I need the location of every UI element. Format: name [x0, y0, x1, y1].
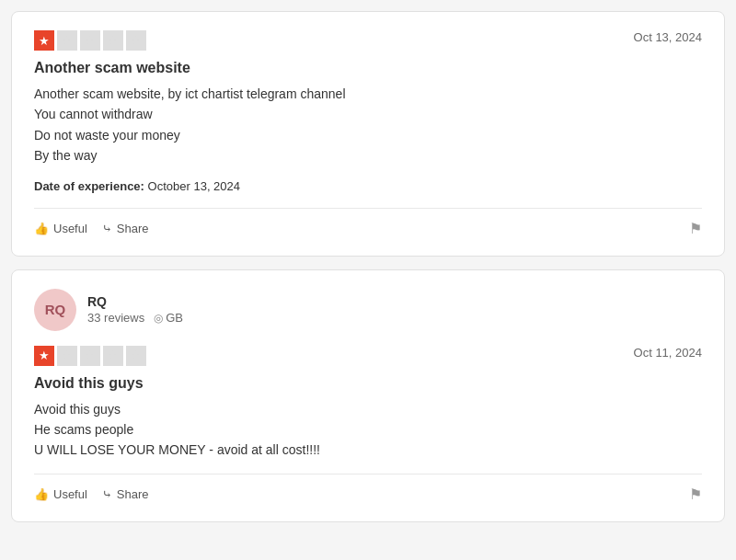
date-of-experience-value: October 13, 2024 [148, 179, 240, 193]
user-country: ◎ GB [154, 311, 183, 325]
review-body-line: Do not waste your money [34, 128, 180, 143]
action-buttons: 👍 Useful ⤷ Share [34, 222, 149, 235]
flag-icon: ⚑ [689, 486, 702, 502]
review-card-1: ★★★★★ Oct 13, 2024 Another scam website … [11, 11, 725, 257]
share-label: Share [117, 222, 149, 235]
star-empty-icon: ★ [57, 346, 77, 366]
review-actions: 👍 Useful ⤷ Share ⚑ [34, 208, 702, 237]
user-name: RQ [87, 294, 183, 309]
share-button[interactable]: ⤷ Share [102, 487, 149, 501]
share-label: Share [117, 487, 149, 501]
thumbs-up-icon: 👍 [34, 487, 49, 501]
review-body-line: U WILL LOSE YOUR MONEY - avoid at all co… [34, 442, 320, 457]
share-button[interactable]: ⤷ Share [102, 222, 149, 235]
review-card-2: RQ RQ 33 reviews ◎ GB ★★★★★ Oct 11, 2024… [11, 269, 725, 522]
useful-button[interactable]: 👍 Useful [34, 222, 87, 235]
star-filled-icon: ★ [34, 346, 54, 366]
share-icon: ⤷ [102, 487, 112, 501]
useful-button[interactable]: 👍 Useful [34, 487, 87, 501]
share-icon: ⤷ [102, 222, 112, 235]
star-empty-icon: ★ [103, 346, 123, 366]
useful-label: Useful [53, 222, 87, 235]
flag-button[interactable]: ⚑ [689, 220, 702, 237]
star-filled-icon: ★ [34, 30, 54, 51]
review-body-line: Another scam website, by ict chartist te… [34, 86, 346, 101]
star-empty-icon: ★ [57, 30, 77, 51]
review-body-line: By the way [34, 148, 97, 163]
useful-label: Useful [53, 487, 87, 501]
flag-icon: ⚑ [689, 221, 702, 236]
review-title: Avoid this guys [34, 375, 702, 392]
star-empty-icon: ★ [103, 30, 123, 51]
review-title: Another scam website [34, 60, 702, 76]
thumbs-up-icon: 👍 [34, 222, 49, 235]
date-of-experience: Date of experience: October 13, 2024 [34, 179, 702, 193]
review-date: Oct 11, 2024 [634, 346, 702, 360]
user-info: RQ 33 reviews ◎ GB [87, 294, 183, 325]
user-meta: 33 reviews ◎ GB [87, 311, 183, 325]
review-body-line: He scams people [34, 422, 133, 437]
review-header-row: ★★★★★ Oct 11, 2024 [34, 346, 702, 366]
reviews-count: 33 reviews [87, 311, 144, 325]
avatar: RQ [34, 289, 76, 331]
location-icon: ◎ [154, 312, 163, 325]
review-body-line: Avoid this guys [34, 402, 121, 417]
review-actions: 👍 Useful ⤷ Share ⚑ [34, 474, 702, 503]
star-empty-icon: ★ [126, 30, 146, 51]
review-body: Another scam website, by ict chartist te… [34, 84, 702, 166]
action-buttons: 👍 Useful ⤷ Share [34, 487, 149, 501]
review-body: Avoid this guysHe scams peopleU WILL LOS… [34, 399, 702, 461]
reviews-container: ★★★★★ Oct 13, 2024 Another scam website … [11, 11, 725, 522]
star-empty-icon: ★ [80, 30, 100, 51]
star-rating: ★★★★★ [34, 346, 146, 366]
star-empty-icon: ★ [126, 346, 146, 366]
date-of-experience-label: Date of experience: [34, 179, 144, 193]
review-body-line: You cannot withdraw [34, 107, 153, 121]
flag-button[interactable]: ⚑ [689, 486, 702, 503]
review-date: Oct 13, 2024 [634, 30, 702, 44]
user-profile-row: RQ RQ 33 reviews ◎ GB [34, 289, 702, 331]
star-rating: ★★★★★ [34, 30, 146, 51]
review-header-row: ★★★★★ Oct 13, 2024 [34, 30, 702, 51]
star-empty-icon: ★ [80, 346, 100, 366]
